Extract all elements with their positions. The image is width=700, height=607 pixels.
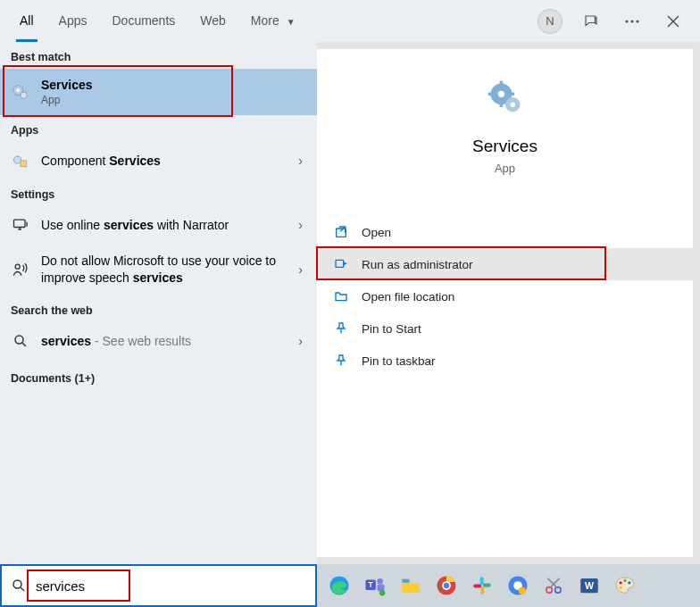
svg-rect-28 [402,579,409,583]
svg-point-9 [15,264,20,269]
svg-point-44 [623,579,626,582]
result-title: Services [41,78,93,92]
svg-point-12 [497,91,504,97]
tab-more-label: More [251,13,279,28]
tab-apps[interactable]: Apps [46,0,100,42]
svg-point-43 [620,581,622,584]
result-services-app[interactable]: Services App [0,69,317,115]
result-subtitle: App [41,94,306,106]
action-label: Open file location [362,290,454,304]
result-title: Component Services [41,154,288,168]
chevron-right-icon: › [298,262,306,277]
monitor-icon [11,215,30,235]
action-run-as-administrator[interactable]: Run as administrator [317,248,693,280]
tab-all[interactable]: All [7,0,46,42]
svg-rect-14 [499,103,503,107]
result-title: Use online services with Narrator [41,218,288,232]
action-label: Open [362,226,391,239]
user-avatar[interactable]: N [538,9,562,34]
services-app-icon [486,78,525,117]
tab-documents[interactable]: Documents [99,0,188,42]
svg-point-31 [444,583,450,589]
action-open[interactable]: Open [317,216,693,248]
tab-web[interactable]: Web [188,0,238,42]
preview-pane: Services App Open Run as administrator [317,49,693,557]
svg-point-27 [379,590,386,596]
chevron-right-icon: › [298,154,306,168]
search-icon [11,331,30,351]
search-web-header: Search the web [0,295,317,322]
svg-point-4 [16,88,20,92]
chevron-right-icon: › [298,218,306,232]
svg-point-21 [13,580,21,588]
svg-rect-34 [480,586,484,595]
pin-icon [333,320,349,337]
svg-rect-32 [480,577,484,585]
taskbar-paint-icon[interactable] [610,570,640,601]
preview-title: Services [317,137,693,156]
gear-icon [11,82,30,102]
component-services-icon [11,151,30,170]
svg-text:W: W [585,580,594,591]
search-filter-tabs: All Apps Documents Web More ▼ N [0,0,700,42]
result-web-services[interactable]: services - See web results › [0,322,317,360]
folder-icon [333,288,349,304]
action-pin-to-start[interactable]: Pin to Start [317,312,693,345]
shield-admin-icon [333,256,349,272]
documents-header: Documents (1+) [0,360,317,390]
person-speaking-icon [11,260,30,279]
results-pane: Best match Services App Apps Component S… [0,42,317,564]
svg-point-25 [377,578,383,585]
action-label: Run as administrator [362,258,473,271]
feedback-icon[interactable] [579,9,604,34]
preview-subtitle: App [317,162,693,175]
taskbar-chrome-icon[interactable] [431,570,462,601]
svg-rect-20 [336,260,344,267]
svg-point-0 [625,20,628,22]
taskbar-word-icon[interactable]: W [574,570,604,601]
best-match-header: Best match [0,42,317,69]
svg-point-18 [510,103,515,108]
open-icon [333,224,349,240]
svg-point-1 [630,20,633,22]
action-label: Pin to taskbar [362,354,436,368]
search-input[interactable] [36,578,306,594]
svg-rect-8 [14,220,26,227]
tab-more[interactable]: More ▼ [238,0,308,42]
apps-header: Apps [0,115,317,142]
svg-point-10 [15,336,23,344]
svg-rect-33 [483,584,491,587]
taskbar-edge-icon[interactable] [324,570,354,601]
taskbar-chrome-alt-icon[interactable] [503,570,533,601]
close-icon[interactable] [661,9,686,34]
taskbar-teams-icon[interactable]: T [360,570,390,601]
result-narrator-services[interactable]: Use online services with Narrator › [0,206,317,244]
svg-point-38 [519,587,526,595]
svg-text:T: T [368,580,373,589]
chevron-right-icon: › [298,334,306,348]
taskbar-snip-icon[interactable] [538,570,569,601]
action-open-file-location[interactable]: Open file location [317,280,693,312]
search-box[interactable] [0,564,317,607]
chevron-down-icon: ▼ [287,17,296,27]
action-pin-to-taskbar[interactable]: Pin to taskbar [317,345,693,377]
settings-header: Settings [0,179,317,206]
result-title: Do not allow Microsoft to use your voice… [41,253,288,287]
action-label: Pin to Start [362,322,421,336]
svg-rect-7 [21,161,27,167]
result-title: services - See web results [41,334,288,348]
svg-point-2 [636,20,638,22]
svg-point-5 [21,92,27,98]
svg-rect-15 [488,93,492,96]
result-speech-services[interactable]: Do not allow Microsoft to use your voice… [0,244,317,295]
svg-point-46 [620,586,622,589]
search-icon [11,578,27,594]
svg-rect-13 [499,81,503,86]
taskbar: T W [317,564,700,607]
svg-rect-16 [510,93,514,96]
taskbar-slack-icon[interactable] [467,570,497,601]
svg-rect-19 [337,229,346,237]
more-options-icon[interactable] [620,9,645,34]
result-component-services[interactable]: Component Services › [0,142,317,179]
taskbar-explorer-icon[interactable] [396,570,426,601]
